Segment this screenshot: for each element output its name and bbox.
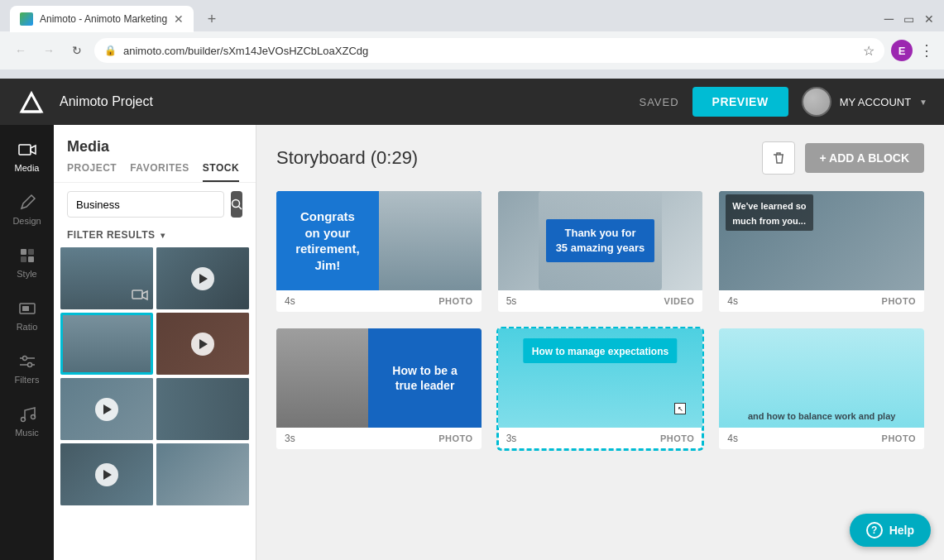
filters-icon [17, 352, 37, 371]
lock-icon: 🔒 [104, 45, 117, 56]
bookmark-icon[interactable]: ☆ [863, 43, 875, 59]
card-4-type: PHOTO [438, 433, 472, 443]
storyboard: Storyboard (0:29) + ADD A BLOCK [256, 125, 944, 560]
card-6-footer: 4s PHOTO [719, 428, 924, 449]
icon-sidebar: Media Design [0, 125, 54, 560]
svg-rect-5 [21, 256, 26, 262]
storyboard-card-2[interactable]: Thank you for35 amazing years 5s VIDEO [498, 191, 703, 312]
sidebar-ratio-label: Ratio [17, 322, 38, 332]
card-3-footer: 4s PHOTO [719, 290, 924, 312]
card-5-type: PHOTO [660, 433, 694, 443]
media-thumb-2[interactable] [156, 247, 249, 309]
storyboard-card-1[interactable]: Congratson yourretirement,Jim! 4s PHOTO [276, 191, 482, 312]
storyboard-card-3[interactable]: We've learned somuch from you... 4s PHOT… [719, 191, 924, 312]
browser-profile[interactable]: E [891, 40, 913, 61]
card-4-thumb: How to be atrue leader [276, 328, 482, 428]
media-thumb-6[interactable] [156, 378, 249, 440]
account-label: MY ACCOUNT [840, 96, 911, 108]
media-thumb-8[interactable] [156, 443, 249, 505]
card-3-duration: 4s [727, 295, 738, 307]
media-thumb-5[interactable] [60, 378, 153, 440]
search-input[interactable] [67, 191, 224, 218]
tab-favorites[interactable]: FAVORITES [130, 162, 189, 182]
browser-right-controls: E ⋮ [891, 40, 934, 61]
storyboard-title: Storyboard (0:29) [276, 147, 418, 169]
ratio-icon [17, 299, 37, 318]
filter-results-toggle[interactable]: FILTER RESULTS ▾ [54, 226, 256, 247]
svg-point-16 [31, 415, 35, 419]
account-menu[interactable]: MY ACCOUNT ▼ [802, 87, 927, 117]
sidebar-item-media[interactable]: Media [2, 132, 52, 181]
sidebar-style-label: Style [17, 269, 36, 279]
browser-controls: ← → ↻ 🔒 animoto.com/builder/sXm14JeVOsHZ… [0, 31, 944, 69]
preview-button[interactable]: PREVIEW [692, 87, 788, 117]
sidebar-item-design[interactable]: Design [2, 184, 52, 234]
sidebar-item-music[interactable]: Music [2, 396, 52, 446]
close-button[interactable]: ✕ [924, 12, 934, 26]
tab-close-icon[interactable]: ✕ [174, 12, 184, 26]
help-button[interactable]: ? Help [850, 514, 931, 547]
account-chevron-icon: ▼ [919, 98, 927, 107]
svg-point-17 [232, 200, 240, 208]
new-tab-button[interactable]: + [200, 7, 223, 31]
browser-tab[interactable]: Animoto - Animoto Marketing ✕ [10, 6, 194, 32]
back-button[interactable]: ← [10, 40, 31, 61]
design-icon [17, 193, 37, 213]
forward-button[interactable]: → [38, 40, 60, 61]
card-4-duration: 3s [285, 433, 295, 444]
svg-line-18 [239, 207, 242, 210]
svg-point-15 [21, 418, 25, 422]
storyboard-card-5[interactable]: How to manage expectations ↖ 3s PHOTO [498, 328, 703, 449]
storyboard-grid: Congratson yourretirement,Jim! 4s PHOTO [276, 191, 924, 449]
card-6-text: and how to balance work and play [748, 411, 895, 421]
add-block-button[interactable]: + ADD A BLOCK [805, 143, 925, 173]
media-thumb-3[interactable] [60, 313, 153, 375]
account-avatar [802, 87, 831, 117]
card-5-footer: 3s PHOTO [498, 428, 703, 449]
saved-status: SAVED [639, 96, 678, 108]
sidebar-item-filters[interactable]: Filters [2, 343, 52, 393]
sidebar-item-ratio[interactable]: Ratio [2, 290, 52, 340]
music-icon [17, 404, 37, 424]
svg-rect-2 [19, 145, 31, 155]
project-title: Animoto Project [60, 94, 625, 109]
storyboard-card-6[interactable]: and how to balance work and play 4s PHOT… [719, 328, 924, 449]
sidebar-design-label: Design [12, 216, 41, 226]
card-3-type: PHOTO [882, 296, 916, 306]
card-3-text: We've learned somuch from you... [732, 201, 806, 226]
media-thumb-1[interactable] [60, 247, 153, 309]
card-4-text: How to be atrue leader [392, 363, 458, 393]
media-thumb-7[interactable] [60, 443, 153, 505]
browser-menu[interactable]: ⋮ [919, 41, 934, 60]
help-label: Help [889, 524, 914, 537]
card-1-text: Congratson yourretirement,Jim! [285, 199, 370, 283]
minimize-button[interactable]: ─ [884, 12, 894, 26]
app: Animoto Project SAVED PREVIEW MY ACCOUNT… [0, 79, 944, 560]
search-button[interactable] [231, 191, 242, 218]
storyboard-card-4[interactable]: How to be atrue leader 3s PHOTO [276, 328, 482, 449]
reload-button[interactable]: ↻ [66, 40, 88, 61]
tab-project[interactable]: PROJECT [67, 162, 117, 182]
svg-point-10 [27, 363, 31, 367]
delete-button[interactable] [762, 141, 795, 175]
media-thumb-4[interactable] [156, 313, 249, 375]
svg-marker-0 [22, 93, 41, 112]
tab-stock[interactable]: STOCK [203, 162, 239, 182]
card-2-type: VIDEO [664, 296, 695, 306]
card-4-footer: 3s PHOTO [276, 428, 482, 449]
card-3-thumb: We've learned somuch from you... [719, 191, 924, 290]
card-2-thumb: Thank you for35 amazing years [498, 191, 703, 290]
sidebar-item-style[interactable]: Style [2, 237, 52, 287]
sidebar-music-label: Music [15, 428, 39, 438]
maximize-button[interactable]: ▭ [903, 12, 914, 26]
svg-rect-4 [28, 249, 34, 255]
tab-favicon [20, 12, 33, 26]
media-panel-title: Media [54, 125, 256, 156]
browser-chrome: Animoto - Animoto Marketing ✕ + ─ ▭ ✕ ← … [0, 0, 944, 79]
svg-rect-6 [28, 256, 34, 262]
card-6-type: PHOTO [882, 433, 916, 443]
card-2-text: Thank you for35 amazing years [556, 226, 645, 256]
address-bar[interactable]: 🔒 animoto.com/builder/sXm14JeVOsHZCbLoaX… [94, 38, 884, 63]
media-panel: Media PROJECT FAVORITES STOCK FILTER RES… [54, 125, 256, 560]
svg-rect-8 [22, 306, 29, 311]
